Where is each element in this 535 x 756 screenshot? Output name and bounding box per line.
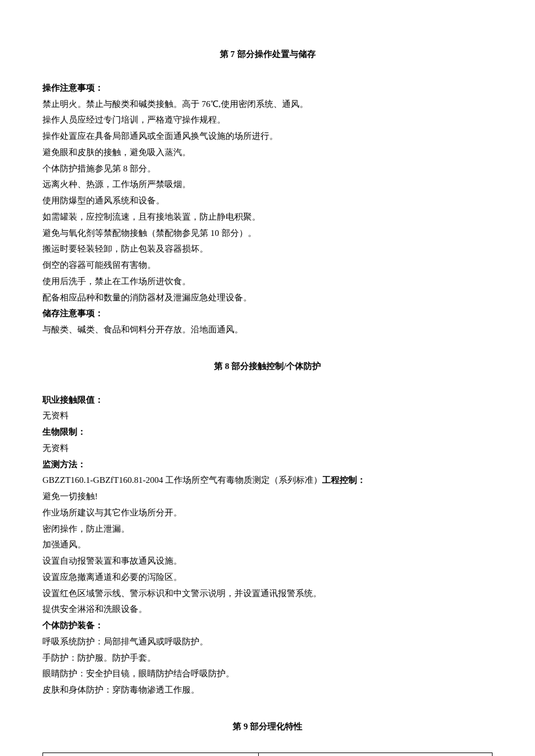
body-text: 眼睛防护：安全护目镜，眼睛防护结合呼吸防护。 — [42, 666, 493, 682]
body-text: 手防护：防护服。防护手套。 — [42, 650, 493, 667]
body-text: 设置自动报警装置和事故通风设施。 — [42, 553, 493, 569]
body-text: 倒空的容器可能残留有害物。 — [42, 257, 493, 274]
physical-chemical-properties-table: 外观与性状：无色至淡黄色透明液体 气味：有芳香气味 PH 值： 无资料 熔点/凝… — [42, 753, 493, 757]
table-row: 外观与性状：无色至淡黄色透明液体 气味：有芳香气味 — [43, 753, 493, 756]
body-text: 加强通风。 — [42, 537, 493, 553]
body-text: 远离火种、热源，工作场所严禁吸烟。 — [42, 177, 493, 193]
body-text: 避免眼和皮肤的接触，避免吸入蒸汽。 — [42, 145, 493, 161]
body-text: 提供安全淋浴和洗眼设备。 — [42, 601, 493, 618]
section-9: 第 9 部分理化特性 外观与性状：无色至淡黄色透明液体 气味：有芳香气味 PH … — [42, 719, 493, 756]
body-text: 无资料 — [42, 408, 493, 424]
odor-cell: 气味：有芳香气味 — [259, 753, 493, 756]
body-text: 无资料 — [42, 440, 493, 457]
body-text: 避免与氧化剂等禁配物接触（禁配物参见第 10 部分）。 — [42, 225, 493, 242]
body-text: 密闭操作，防止泄漏。 — [42, 521, 493, 538]
engineering-control-heading: 工程控制： — [322, 475, 366, 485]
section-7-title: 第 7 部分操作处置与储存 — [42, 46, 493, 63]
body-text: 设置红色区域警示线、警示标识和中文警示说明，并设置通讯报警系统。 — [42, 586, 493, 602]
body-text: 避免一切接触! — [42, 489, 493, 505]
body-text: 如需罐装，应控制流速，且有接地装置，防止静电积聚。 — [42, 209, 493, 225]
body-text: 操作处置应在具备局部通风或全面通风换气设施的场所进行。 — [42, 128, 493, 145]
body-text: 配备相应品种和数量的消防器材及泄漏应急处理设备。 — [42, 290, 493, 306]
body-text: 禁止明火。禁止与酸类和碱类接触。高于 76℃,使用密闭系统、通风。 — [42, 96, 493, 113]
handling-precautions-heading: 操作注意事项： — [42, 80, 493, 96]
body-text: 个体防护措施参见第 8 部分。 — [42, 161, 493, 177]
body-text: 呼吸系统防护：局部排气通风或呼吸防护。 — [42, 634, 493, 650]
storage-precautions-heading: 储存注意事项： — [42, 306, 493, 322]
body-text: 操作人员应经过专门培训，严格遵守操作规程。 — [42, 112, 493, 128]
section-9-title: 第 9 部分理化特性 — [42, 719, 493, 735]
body-text: 与酸类、碱类、食品和饲料分开存放。沿地面通风。 — [42, 322, 493, 338]
ppe-heading: 个体防护装备： — [42, 618, 493, 634]
body-text: 作业场所建议与其它作业场所分开。 — [42, 505, 493, 521]
section-7: 第 7 部分操作处置与储存 操作注意事项： 禁止明火。禁止与酸类和碱类接触。高于… — [42, 46, 493, 338]
appearance-cell: 外观与性状：无色至淡黄色透明液体 — [43, 753, 259, 756]
section-8-title: 第 8 部分接触控制/个体防护 — [42, 359, 493, 375]
section-8: 第 8 部分接触控制/个体防护 职业接触限值： 无资料 生物限制： 无资料 监测… — [42, 359, 493, 698]
exposure-limits-heading: 职业接触限值： — [42, 392, 493, 409]
monitoring-method-heading: 监测方法： — [42, 457, 493, 473]
method-text: GBZZT160.1-GBZfT160.81-2004 工作场所空气有毒物质测定… — [42, 475, 322, 485]
body-text: GBZZT160.1-GBZfT160.81-2004 工作场所空气有毒物质测定… — [42, 472, 493, 489]
body-text: 搬运时要轻装轻卸，防止包装及容器损坏。 — [42, 241, 493, 257]
body-text: 皮肤和身体防护：穿防毒物渗透工作服。 — [42, 682, 493, 698]
body-text: 设置应急撤离通道和必要的泻险区。 — [42, 569, 493, 586]
biological-limits-heading: 生物限制： — [42, 424, 493, 440]
body-text: 使用防爆型的通风系统和设备。 — [42, 193, 493, 209]
body-text: 使用后洗手，禁止在工作场所进饮食。 — [42, 274, 493, 290]
